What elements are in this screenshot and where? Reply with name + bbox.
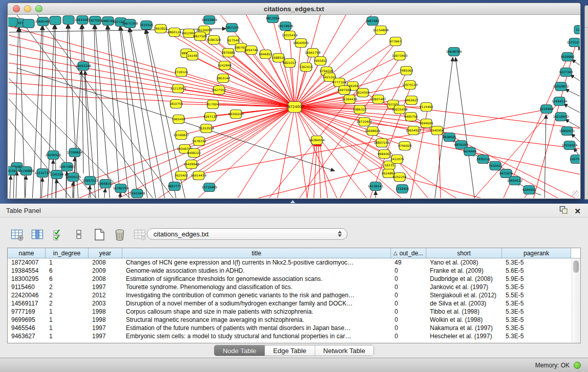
table-cell[interactable]: 1997 <box>89 332 122 340</box>
column-header-pagerank[interactable]: pagerank <box>502 248 571 258</box>
column-header-title[interactable]: title <box>122 248 391 258</box>
table-cell[interactable]: Corpus callosum shape and size in male p… <box>122 308 391 316</box>
table-row[interactable]: 1456911722003Disruption of a novel membe… <box>8 299 580 308</box>
graph-node[interactable]: 14136141 <box>368 182 384 191</box>
table-cell[interactable]: 5.3E-5 <box>502 324 571 332</box>
graph-node[interactable]: 16409948 <box>184 160 200 169</box>
tab-node-table[interactable]: Node Table <box>214 345 265 356</box>
table-cell[interactable]: Dudbridge et al. (2008) <box>426 275 502 283</box>
graph-node[interactable]: 973967 <box>390 37 402 46</box>
table-cell[interactable]: Embryonic stem cells: a model to study s… <box>122 332 391 340</box>
table-cell[interactable]: 5.3E-5 <box>502 299 571 308</box>
graph-node[interactable]: 1167534 <box>570 155 580 164</box>
graph-node[interactable]: 14671358 <box>122 19 138 28</box>
table-cell[interactable]: 5.3E-5 <box>502 283 571 291</box>
table-cell[interactable]: 0 <box>391 283 426 291</box>
graph-node[interactable]: 5678334 <box>192 137 206 146</box>
graph-node[interactable]: 9474444 <box>463 147 477 156</box>
table-cell[interactable]: Tourette syndrome. Phenomenology and cla… <box>122 283 391 291</box>
new-table-icon[interactable] <box>92 228 106 242</box>
graph-node[interactable]: 12142737 <box>35 169 51 178</box>
table-cell[interactable]: 0 <box>391 324 426 332</box>
graph-node[interactable]: 9495756 <box>404 113 418 121</box>
tab-edge-table[interactable]: Edge Table <box>265 345 315 356</box>
split-pane-handle[interactable] <box>290 200 295 203</box>
table-row[interactable]: 911546021997Tourette syndrome. Phenomeno… <box>8 283 580 291</box>
table-cell[interactable]: Nakamura et al. (1997) <box>426 324 502 332</box>
close-window-button[interactable] <box>13 5 20 12</box>
graph-node[interactable] <box>63 16 74 25</box>
graph-node[interactable]: 9242848 <box>218 61 232 70</box>
table-cell[interactable]: 9699695 <box>8 316 46 324</box>
table-cell[interactable]: 2012 <box>89 291 122 299</box>
table-cell[interactable]: 2008 <box>89 258 122 267</box>
graph-node[interactable]: 6822017 <box>283 59 297 68</box>
graph-node[interactable]: 18724007 <box>286 102 304 113</box>
float-window-icon[interactable] <box>559 206 568 216</box>
table-cell[interactable]: 5.3E-5 <box>502 258 571 267</box>
table-cell[interactable]: 18724007 <box>8 258 46 267</box>
graph-node[interactable]: 20053346 <box>76 62 92 71</box>
table-cell[interactable]: Structural magnetic resonance image aver… <box>122 316 391 324</box>
graph-node[interactable]: 8267130 <box>204 113 217 121</box>
table-cell[interactable]: 9463627 <box>8 332 46 340</box>
graph-node[interactable] <box>23 19 34 28</box>
graph-node[interactable]: 10807487 <box>371 95 386 104</box>
graph-node[interactable]: 20206526 <box>46 151 61 160</box>
table-cell[interactable]: Jankovic et al. (1997) <box>426 283 502 291</box>
table-cell[interactable]: 9777169 <box>8 308 46 316</box>
graph-node[interactable]: 10973493 <box>392 52 408 60</box>
table-cell[interactable]: Wolkin et al. (1998) <box>426 316 502 324</box>
graph-node[interactable]: 18720407 <box>357 118 373 126</box>
zoom-window-button[interactable] <box>35 5 42 12</box>
table-cell[interactable]: 5.3E-5 <box>502 308 571 316</box>
network-window-titlebar[interactable]: citations_edges.txt <box>8 3 580 15</box>
table-cell[interactable]: 1 <box>46 324 89 332</box>
delete-trash-icon[interactable] <box>113 228 126 242</box>
table-cell[interactable]: Franke et al. (2009) <box>426 267 502 275</box>
graph-node[interactable]: 39159 <box>8 167 16 176</box>
table-cell[interactable]: 1997 <box>89 324 122 332</box>
graph-node[interactable]: 16914479 <box>191 171 207 180</box>
window-resize-grip[interactable] <box>572 190 579 198</box>
graph-node[interactable]: 9252254 <box>393 173 407 182</box>
table-cell[interactable]: 0 <box>391 332 426 340</box>
table-row[interactable]: 1830029562008Estimation of significance … <box>8 275 580 283</box>
graph-node[interactable]: 16648784 <box>446 48 462 56</box>
graph-node[interactable]: 11156889 <box>18 167 34 176</box>
tab-network-table[interactable]: Network Table <box>315 345 374 356</box>
table-cell[interactable]: 1 <box>46 258 89 267</box>
table-cell[interactable]: Disruption of a novel member of a sodium… <box>122 299 391 308</box>
graph-node[interactable]: 16053809 <box>202 16 217 25</box>
table-cell[interactable]: 0 <box>391 299 426 308</box>
graph-node[interactable]: 2875685 <box>222 49 235 57</box>
graph-node[interactable]: 1640954 <box>430 126 444 135</box>
graph-node[interactable]: 12093872 <box>553 82 569 91</box>
table-cell[interactable]: 9465546 <box>8 324 46 332</box>
graph-node[interactable]: 1412076 <box>390 155 404 164</box>
graph-node[interactable]: 10025458 <box>392 105 408 114</box>
graph-node[interactable]: 10688609 <box>365 127 381 136</box>
table-cell[interactable]: 0 <box>391 267 426 275</box>
table-cell[interactable]: 49 <box>391 258 426 267</box>
graph-node[interactable]: 21364436 <box>342 95 358 104</box>
graph-node[interactable]: 9646821 <box>259 50 273 59</box>
table-selector-dropdown[interactable]: citations_edges.txt <box>147 228 347 240</box>
graph-node[interactable]: 9115460 <box>420 103 433 112</box>
vertical-scrollbar[interactable] <box>572 259 580 343</box>
table-cell[interactable]: 1 <box>46 308 89 316</box>
graph-node[interactable]: 8186328 <box>207 36 221 45</box>
graph-node[interactable]: 7615526 <box>140 21 154 30</box>
table-cell[interactable]: 2008 <box>89 275 122 283</box>
graph-node[interactable]: 16961758 <box>305 49 321 57</box>
table-cell[interactable]: Hescheler et al. (1997) <box>426 332 502 340</box>
table-cell[interactable]: 0 <box>391 275 426 283</box>
graph-node[interactable]: 10654112 <box>507 177 523 185</box>
table-cell[interactable]: 2 <box>46 299 89 308</box>
graph-node[interactable]: 2718126 <box>175 68 188 77</box>
table-cell[interactable]: 1 <box>46 332 89 340</box>
graph-node[interactable]: 16210643 <box>553 113 569 121</box>
table-cell[interactable]: 1998 <box>89 308 122 316</box>
table-cell[interactable]: 2 <box>46 283 89 291</box>
graph-node[interactable]: 9529966 <box>561 53 575 61</box>
